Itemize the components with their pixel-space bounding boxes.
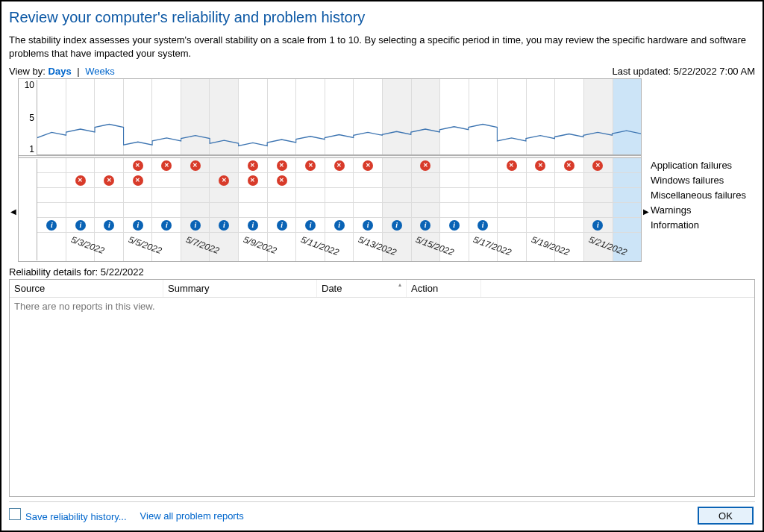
error-icon[interactable] (592, 160, 603, 171)
info-icon[interactable] (190, 220, 201, 231)
error-icon[interactable] (133, 175, 143, 186)
event-row (37, 203, 641, 218)
error-icon[interactable] (334, 160, 345, 171)
error-icon[interactable] (133, 160, 143, 171)
error-icon[interactable] (161, 160, 172, 171)
info-icon[interactable] (305, 220, 316, 231)
info-icon[interactable] (449, 220, 460, 231)
scroll-left-button[interactable]: ◀ (9, 78, 18, 262)
error-icon[interactable] (507, 160, 517, 171)
reliability-chart[interactable]: 10 5 1 5/3/20225/5/20225/7/20225/9/20225… (18, 78, 642, 262)
chevron-left-icon: ◀ (10, 207, 16, 216)
error-icon[interactable] (535, 160, 545, 171)
view-by-weeks[interactable]: Weeks (85, 66, 115, 77)
error-icon[interactable] (104, 175, 114, 186)
info-icon[interactable] (133, 220, 143, 231)
sort-asc-icon: ▴ (398, 281, 401, 288)
col-source[interactable]: Source (10, 280, 163, 297)
details-label: Reliability details for: 5/22/2022 (9, 266, 755, 278)
error-icon[interactable] (277, 175, 287, 186)
info-icon[interactable] (104, 220, 114, 231)
info-icon[interactable] (277, 220, 287, 231)
error-icon[interactable] (248, 160, 258, 171)
save-icon (10, 510, 21, 520)
info-icon[interactable] (219, 220, 229, 231)
legend-information: Information (651, 217, 755, 232)
error-icon[interactable] (564, 160, 574, 171)
info-icon[interactable] (392, 220, 402, 231)
info-icon[interactable] (161, 220, 172, 231)
info-icon[interactable] (420, 220, 430, 231)
col-action[interactable]: Action (407, 280, 481, 297)
save-history-link[interactable]: Save reliability history... (10, 510, 127, 522)
chevron-right-icon: ▶ (643, 207, 649, 216)
error-icon[interactable] (277, 160, 287, 171)
view-by-selector: View by: Days | Weeks (9, 66, 115, 77)
error-icon[interactable] (190, 160, 201, 171)
scroll-right-button[interactable]: ▶ (642, 78, 651, 262)
view-by-label: View by: (9, 66, 46, 77)
info-icon[interactable] (334, 220, 345, 231)
legend-windows-failures: Windows failures (651, 172, 755, 187)
info-icon[interactable] (75, 220, 86, 231)
error-icon[interactable] (363, 160, 373, 171)
page-description: The stability index assesses your system… (9, 34, 755, 60)
error-icon[interactable] (420, 160, 430, 171)
error-icon[interactable] (75, 175, 86, 186)
info-icon[interactable] (592, 220, 603, 231)
event-row (37, 218, 641, 233)
page-title: Review your computer's reliability and p… (9, 9, 755, 26)
col-date[interactable]: Date▴ (317, 280, 407, 297)
info-icon[interactable] (478, 220, 488, 231)
empty-message: There are no reports in this view. (10, 298, 754, 315)
last-updated: Last updated: 5/22/2022 7:00 AM (612, 66, 755, 77)
info-icon[interactable] (248, 220, 258, 231)
info-icon[interactable] (46, 220, 57, 231)
stability-line-plot (37, 79, 641, 155)
legend-app-failures: Application failures (651, 157, 755, 172)
event-row (37, 188, 641, 203)
event-row (37, 158, 641, 173)
event-row (37, 173, 641, 188)
view-by-days[interactable]: Days (48, 66, 72, 77)
legend: Application failures Windows failures Mi… (651, 78, 755, 262)
error-icon[interactable] (305, 160, 316, 171)
error-icon[interactable] (248, 175, 258, 186)
details-table: Source Summary Date▴ Action There are no… (9, 279, 755, 497)
legend-warnings: Warnings (651, 202, 755, 217)
ok-button[interactable]: OK (698, 507, 754, 525)
info-icon[interactable] (363, 220, 373, 231)
y-axis: 10 5 1 (19, 80, 37, 260)
view-all-reports-link[interactable]: View all problem reports (140, 510, 244, 522)
table-header: Source Summary Date▴ Action (10, 280, 754, 298)
error-icon[interactable] (219, 175, 229, 186)
legend-misc-failures: Miscellaneous failures (651, 187, 755, 202)
col-summary[interactable]: Summary (163, 280, 317, 297)
